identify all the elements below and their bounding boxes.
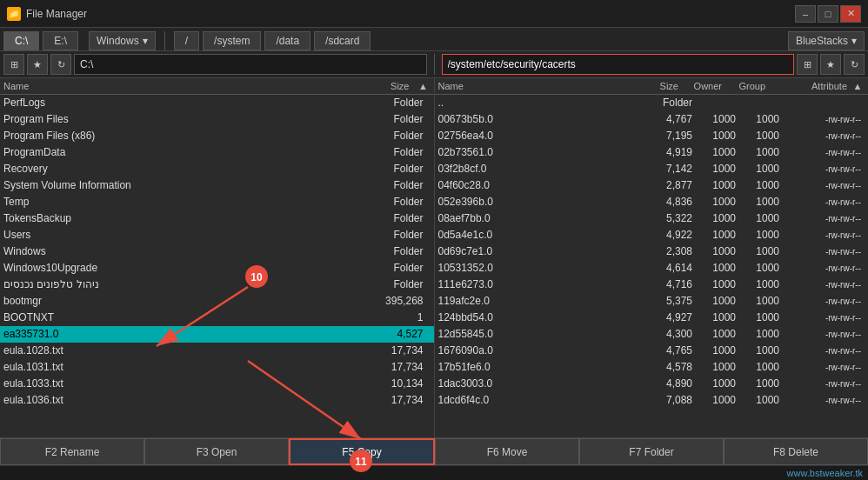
toolbar-button[interactable]: F2 Rename bbox=[0, 438, 144, 465]
left-file-row[interactable]: ניהול טלפונים נכנסים Folder bbox=[0, 277, 434, 293]
right-file-row[interactable]: 08aef7bb.0 5,322 1000 1000 -rw-rw-r-- bbox=[435, 210, 869, 227]
left-file-row[interactable]: bootmgr 395,268 bbox=[0, 293, 434, 310]
right-cell-attr: -rw-rw-r-- bbox=[786, 330, 865, 339]
right-cell-name: 0d5a4e1c.0 bbox=[438, 229, 631, 241]
left-copy-path-btn[interactable]: ⊞ bbox=[3, 54, 24, 75]
right-cell-group: 1000 bbox=[743, 377, 786, 390]
right-file-row[interactable]: 1676090a.0 4,765 1000 1000 -rw-rw-r-- bbox=[435, 343, 869, 359]
right-cell-owner: 1000 bbox=[699, 361, 743, 373]
right-col-name: Name bbox=[438, 81, 617, 91]
right-cell-attr: -rw-rw-r-- bbox=[786, 297, 865, 306]
left-file-row[interactable]: Users Folder bbox=[0, 227, 434, 243]
left-cell-name: Recovery bbox=[3, 163, 361, 175]
left-file-row[interactable]: System Volume Information Folder bbox=[0, 177, 434, 194]
minimize-button[interactable]: – bbox=[795, 5, 816, 23]
right-file-row[interactable]: 111e6273.0 4,716 1000 1000 -rw-rw-r-- bbox=[435, 277, 869, 293]
maximize-button[interactable]: □ bbox=[818, 5, 838, 23]
right-file-row[interactable]: 1dcd6f4c.0 7,088 1000 1000 -rw-rw-r-- bbox=[435, 392, 869, 409]
right-file-row[interactable]: 00673b5b.0 4,767 1000 1000 -rw-rw-r-- bbox=[435, 111, 869, 128]
right-cell-owner: 1000 bbox=[699, 262, 743, 274]
left-col-name: Name bbox=[3, 81, 347, 91]
right-scroll-top[interactable]: ▲ bbox=[851, 81, 865, 91]
left-refresh-btn[interactable]: ↻ bbox=[50, 54, 71, 75]
left-file-row[interactable]: TokensBackup Folder bbox=[0, 210, 434, 227]
left-scroll-top[interactable]: ▲ bbox=[417, 81, 431, 91]
right-cell-size: 7,142 bbox=[630, 163, 699, 175]
left-folder-dropdown[interactable]: Windows ▾ bbox=[89, 31, 156, 50]
right-file-row[interactable]: 052e396b.0 4,836 1000 1000 -rw-rw-r-- bbox=[435, 194, 869, 210]
left-cell-name: Windows10Upgrade bbox=[3, 262, 361, 274]
right-file-row[interactable]: 03f2b8cf.0 7,142 1000 1000 -rw-rw-r-- bbox=[435, 161, 869, 177]
right-file-row[interactable]: 04f60c28.0 2,877 1000 1000 -rw-rw-r-- bbox=[435, 177, 869, 194]
toolbar-button[interactable]: F7 Folder bbox=[579, 438, 724, 465]
left-file-row[interactable]: PerfLogs Folder bbox=[0, 95, 434, 111]
left-file-row[interactable]: eula.1036.txt 17,734 bbox=[0, 392, 434, 409]
right-copy-path-btn[interactable]: ⊞ bbox=[797, 54, 818, 75]
left-cell-name: PerfLogs bbox=[3, 97, 361, 109]
right-file-row[interactable]: 0d69c7e1.0 2,308 1000 1000 -rw-rw-r-- bbox=[435, 243, 869, 260]
right-device-dropdown[interactable]: BlueStacks ▾ bbox=[788, 31, 865, 50]
right-cell-size: 4,765 bbox=[630, 344, 699, 357]
left-file-row[interactable]: eula.1028.txt 17,734 bbox=[0, 343, 434, 359]
right-file-row[interactable]: 02756ea4.0 7,195 1000 1000 -rw-rw-r-- bbox=[435, 128, 869, 144]
right-refresh-btn[interactable]: ↻ bbox=[844, 54, 865, 75]
tabs-row: C:\ E:\ Windows ▾ / /system /data /sdcar… bbox=[0, 28, 868, 51]
left-cell-name: eula.1036.txt bbox=[3, 394, 361, 406]
toolbar-button[interactable]: F6 Move bbox=[435, 438, 579, 465]
left-file-row[interactable]: Program Files (x86) Folder bbox=[0, 128, 434, 144]
right-file-row[interactable]: 17b51fe6.0 4,578 1000 1000 -rw-rw-r-- bbox=[435, 359, 869, 376]
toolbar-button[interactable]: F8 Delete bbox=[724, 438, 868, 465]
left-file-row[interactable]: Windows10Upgrade Folder bbox=[0, 260, 434, 277]
drive-tab-c[interactable]: C:\ bbox=[3, 31, 39, 50]
right-file-row[interactable]: 0d5a4e1c.0 4,922 1000 1000 -rw-rw-r-- bbox=[435, 227, 869, 243]
left-file-row[interactable]: Recovery Folder bbox=[0, 161, 434, 177]
left-file-row[interactable]: eula.1033.txt 10,134 bbox=[0, 376, 434, 392]
right-col-size: Size bbox=[616, 81, 685, 91]
path-tab-root[interactable]: / bbox=[174, 31, 199, 50]
left-cell-size: Folder bbox=[361, 245, 431, 257]
right-address-input[interactable] bbox=[442, 54, 795, 75]
left-address-input[interactable] bbox=[74, 54, 427, 75]
left-bookmark-btn[interactable]: ★ bbox=[27, 54, 48, 75]
right-cell-attr: -rw-rw-r-- bbox=[786, 263, 865, 273]
left-file-list[interactable]: PerfLogs Folder Program Files Folder Pro… bbox=[0, 95, 434, 437]
right-cell-attr: -rw-rw-r-- bbox=[786, 230, 865, 240]
right-cell-name: 0d69c7e1.0 bbox=[438, 245, 631, 257]
left-file-row[interactable]: Program Files Folder bbox=[0, 111, 434, 128]
right-file-row[interactable]: 1dac3003.0 4,890 1000 1000 -rw-rw-r-- bbox=[435, 376, 869, 392]
toolbar-button[interactable]: F3 Open bbox=[144, 438, 289, 465]
left-file-row[interactable]: ea335731.0 4,527 bbox=[0, 326, 434, 343]
left-cell-size: Folder bbox=[361, 262, 431, 274]
right-file-row[interactable]: 124bbd54.0 4,927 1000 1000 -rw-rw-r-- bbox=[435, 310, 869, 326]
right-cell-attr: -rw-rw-r-- bbox=[786, 247, 865, 257]
right-bookmark-btn[interactable]: ★ bbox=[820, 54, 841, 75]
right-file-row[interactable]: 02b73561.0 4,919 1000 1000 -rw-rw-r-- bbox=[435, 144, 869, 161]
left-file-row[interactable]: BOOTNXT 1 bbox=[0, 310, 434, 326]
right-file-list[interactable]: .. Folder 00673b5b.0 4,767 1000 1000 -rw… bbox=[435, 95, 869, 437]
right-cell-name: 04f60c28.0 bbox=[438, 179, 631, 191]
left-file-row[interactable]: Temp Folder bbox=[0, 194, 434, 210]
right-file-row[interactable]: 119afc2e.0 5,375 1000 1000 -rw-rw-r-- bbox=[435, 293, 869, 310]
path-tab-sdcard[interactable]: /sdcard bbox=[314, 31, 371, 50]
right-cell-size: 4,836 bbox=[630, 196, 699, 208]
right-file-row[interactable]: 10531352.0 4,614 1000 1000 -rw-rw-r-- bbox=[435, 260, 869, 277]
close-button[interactable]: ✕ bbox=[840, 5, 861, 23]
path-tab-data[interactable]: /data bbox=[264, 31, 310, 50]
right-file-row[interactable]: 12d55845.0 4,300 1000 1000 -rw-rw-r-- bbox=[435, 326, 869, 343]
left-file-row[interactable]: ProgramData Folder bbox=[0, 144, 434, 161]
right-cell-owner: 1000 bbox=[699, 344, 743, 357]
left-col-size: Size bbox=[347, 81, 417, 91]
drive-tab-e[interactable]: E:\ bbox=[43, 31, 78, 50]
left-cell-size: Folder bbox=[361, 278, 431, 290]
right-cell-group: 1000 bbox=[743, 361, 786, 373]
left-cell-size: Folder bbox=[361, 130, 431, 142]
right-cell-owner: 1000 bbox=[699, 278, 743, 290]
toolbar-button[interactable]: F5 Copy bbox=[289, 438, 435, 465]
right-cell-size: 4,578 bbox=[630, 361, 699, 373]
path-tab-system[interactable]: /system bbox=[203, 31, 261, 50]
right-file-row[interactable]: .. Folder bbox=[435, 95, 869, 111]
left-cell-name: eula.1028.txt bbox=[3, 344, 361, 357]
left-file-row[interactable]: eula.1031.txt 17,734 bbox=[0, 359, 434, 376]
left-file-row[interactable]: Windows Folder bbox=[0, 243, 434, 260]
right-cell-name: 111e6273.0 bbox=[438, 278, 631, 290]
